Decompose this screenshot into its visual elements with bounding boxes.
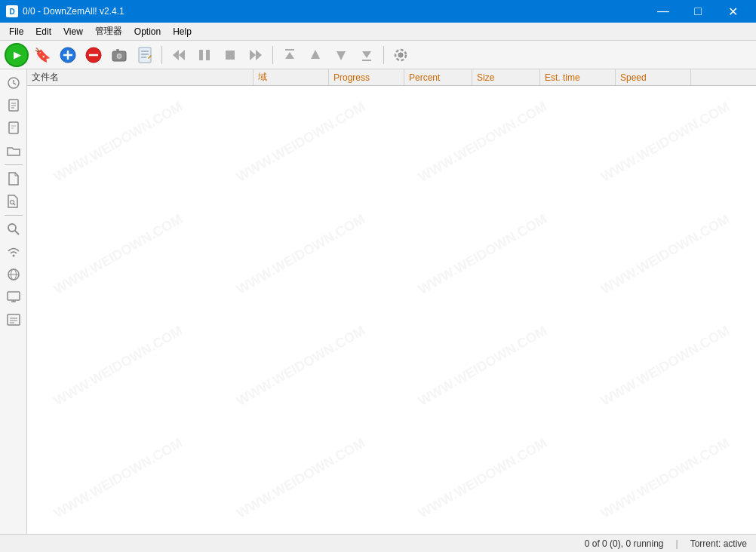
table-header: 文件名 域 Progress Percent Size Est. time Sp…: [27, 69, 756, 86]
watermark: WWW.WEIDOWN.COM: [27, 160, 225, 348]
start-button[interactable]: [5, 43, 29, 67]
svg-marker-25: [362, 51, 371, 58]
toolbar: 🔖: [0, 41, 756, 69]
svg-rect-47: [8, 314, 20, 325]
svg-line-40: [15, 231, 19, 235]
watermark: WWW.WEIDOWN.COM: [194, 86, 407, 236]
svg-point-39: [8, 224, 16, 232]
sidebar: [0, 69, 27, 534]
watermark: WWW.WEIDOWN.COM: [558, 272, 756, 460]
pause-button[interactable]: [192, 43, 217, 67]
notes-button[interactable]: [133, 43, 157, 67]
status-separator: |: [676, 538, 678, 549]
move-down-button[interactable]: [329, 43, 353, 67]
table-body[interactable]: WWW.WEIDOWN.COM WWW.WEIDOWN.COM WWW.WEID…: [27, 86, 756, 534]
svg-rect-17: [226, 51, 235, 60]
watermark: WWW.WEIDOWN.COM: [558, 384, 756, 534]
main-area: 文件名 域 Progress Percent Size Est. time Sp…: [0, 69, 756, 534]
bookmark-button[interactable]: 🔖: [30, 43, 54, 67]
settings-button[interactable]: [389, 43, 413, 67]
prev-button[interactable]: [167, 43, 191, 67]
sidebar-list[interactable]: [3, 309, 24, 330]
menu-edit[interactable]: Edit: [29, 23, 57, 40]
remove-button[interactable]: [81, 43, 106, 67]
watermark: WWW.WEIDOWN.COM: [376, 160, 589, 348]
menu-manager[interactable]: 管理器: [89, 23, 128, 40]
svg-point-28: [398, 53, 403, 57]
menu-view[interactable]: View: [57, 23, 89, 40]
svg-marker-14: [179, 50, 185, 60]
sidebar-signal[interactable]: [3, 241, 24, 262]
watermark: WWW.WEIDOWN.COM: [194, 272, 407, 460]
col-progress[interactable]: Progress: [329, 69, 404, 85]
content-area: 文件名 域 Progress Percent Size Est. time Sp…: [27, 69, 756, 534]
col-domain[interactable]: 域: [254, 69, 329, 85]
svg-rect-15: [199, 50, 203, 60]
watermark: WWW.WEIDOWN.COM: [27, 272, 225, 460]
watermark: WWW.WEIDOWN.COM: [376, 272, 589, 460]
window-controls: — □ ✕: [646, 0, 750, 23]
window-title: 0/0 - DownZemAll! v2.4.1: [23, 6, 124, 17]
maximize-button[interactable]: □: [681, 0, 715, 23]
add-button[interactable]: [56, 43, 80, 67]
move-up-button[interactable]: [303, 43, 327, 67]
watermark: WWW.WEIDOWN.COM: [27, 384, 225, 534]
sidebar-network[interactable]: [3, 264, 24, 285]
svg-rect-8: [116, 49, 119, 51]
svg-marker-19: [256, 50, 262, 60]
status-bar: 0 of 0 (0), 0 running | Torrent: active: [0, 534, 756, 552]
separator-2: [272, 46, 273, 64]
app-icon: D: [6, 5, 18, 17]
svg-rect-44: [8, 292, 20, 300]
svg-marker-22: [311, 50, 320, 59]
svg-rect-16: [206, 50, 210, 60]
col-percent[interactable]: Percent: [404, 69, 472, 85]
sidebar-all-downloads[interactable]: [3, 95, 24, 116]
sidebar-search[interactable]: [3, 219, 24, 240]
watermark-grid: WWW.WEIDOWN.COM WWW.WEIDOWN.COM WWW.WEID…: [27, 86, 756, 534]
menu-help[interactable]: Help: [167, 23, 198, 40]
svg-rect-9: [139, 48, 151, 63]
sidebar-monitor[interactable]: [3, 287, 24, 308]
svg-marker-21: [285, 52, 294, 59]
sidebar-file-blank[interactable]: [3, 168, 24, 189]
svg-marker-18: [250, 50, 256, 60]
watermark: WWW.WEIDOWN.COM: [558, 160, 756, 348]
move-top-button[interactable]: [278, 43, 302, 67]
svg-point-37: [10, 201, 14, 204]
status-downloads: 0 of 0 (0), 0 running: [585, 538, 664, 549]
col-speed[interactable]: Speed: [616, 69, 691, 85]
move-bottom-button[interactable]: [355, 43, 379, 67]
sidebar-divider-1: [5, 164, 23, 165]
skip-button[interactable]: [244, 43, 268, 67]
minimize-button[interactable]: —: [646, 0, 681, 23]
stop-button[interactable]: [218, 43, 242, 67]
sidebar-file-search[interactable]: [3, 191, 24, 212]
sidebar-divider-2: [5, 215, 23, 216]
watermark: WWW.WEIDOWN.COM: [558, 86, 756, 236]
separator-1: [161, 46, 162, 64]
menu-bar: File Edit View 管理器 Option Help: [0, 23, 756, 41]
svg-line-38: [14, 204, 15, 205]
svg-marker-23: [337, 51, 346, 60]
col-filename[interactable]: 文件名: [27, 69, 254, 85]
menu-file[interactable]: File: [3, 23, 29, 40]
watermark: WWW.WEIDOWN.COM: [194, 160, 407, 348]
sidebar-history[interactable]: [3, 72, 24, 94]
sidebar-incomplete[interactable]: [3, 118, 24, 139]
close-button[interactable]: ✕: [715, 0, 750, 23]
watermark: WWW.WEIDOWN.COM: [376, 384, 589, 534]
svg-marker-13: [173, 50, 179, 60]
watermark: WWW.WEIDOWN.COM: [376, 86, 589, 236]
watermark: WWW.WEIDOWN.COM: [194, 384, 407, 534]
separator-3: [383, 46, 384, 64]
menu-option[interactable]: Option: [128, 23, 167, 40]
watermark: WWW.WEIDOWN.COM: [27, 86, 225, 236]
scan-button[interactable]: [107, 43, 131, 67]
sidebar-folder[interactable]: [3, 140, 24, 161]
svg-point-7: [118, 54, 121, 57]
col-esttime[interactable]: Est. time: [540, 69, 616, 85]
title-bar: D 0/0 - DownZemAll! v2.4.1 — □ ✕: [0, 0, 756, 23]
status-torrent: Torrent: active: [690, 538, 747, 549]
col-size[interactable]: Size: [472, 69, 540, 85]
